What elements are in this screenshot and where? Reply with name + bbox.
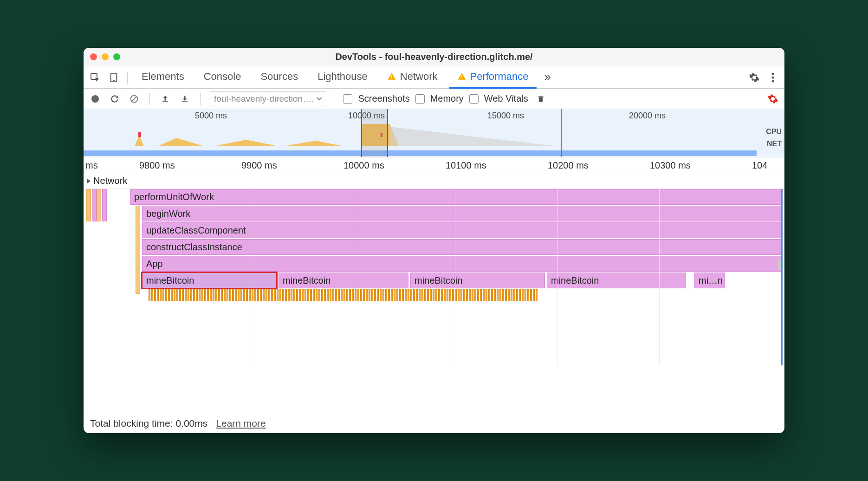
capture-settings-icon[interactable] bbox=[766, 92, 780, 106]
window-title: DevTools - foul-heavenly-direction.glitc… bbox=[84, 52, 784, 62]
device-toolbar-icon[interactable] bbox=[106, 70, 122, 85]
download-icon[interactable] bbox=[178, 92, 192, 106]
separator bbox=[127, 72, 128, 84]
svg-rect-4 bbox=[391, 78, 392, 79]
recording-selector[interactable]: foul-heavenly-direction…. bbox=[209, 91, 327, 106]
expand-icon bbox=[87, 179, 91, 183]
clear-button[interactable] bbox=[127, 92, 141, 106]
close-window-button[interactable] bbox=[90, 53, 97, 60]
titlebar: DevTools - foul-heavenly-direction.glitc… bbox=[84, 48, 784, 66]
time-ruler[interactable]: ms 9800 ms 9900 ms 10000 ms 10100 ms 102… bbox=[84, 157, 784, 173]
warning-icon bbox=[387, 72, 396, 81]
webvitals-checkbox[interactable] bbox=[469, 94, 479, 104]
flame-call[interactable]: mineBitcoin bbox=[410, 273, 545, 288]
devtools-window: DevTools - foul-heavenly-direction.glitc… bbox=[84, 48, 784, 433]
cpu-label: CPU bbox=[766, 126, 782, 138]
chevron-down-icon bbox=[317, 97, 322, 101]
net-label: NET bbox=[766, 138, 782, 150]
screenshots-label: Screenshots bbox=[358, 93, 409, 104]
memory-label: Memory bbox=[430, 93, 464, 104]
task-bar[interactable] bbox=[92, 189, 97, 221]
svg-rect-13 bbox=[162, 101, 168, 102]
inspect-element-icon[interactable] bbox=[87, 70, 103, 85]
webvitals-label: Web Vitals bbox=[484, 93, 528, 104]
flame-chart[interactable]: performUnitOfWork beginWork updateClassC… bbox=[84, 189, 784, 365]
record-button[interactable] bbox=[88, 92, 102, 106]
svg-point-9 bbox=[772, 80, 774, 82]
tab-elements[interactable]: Elements bbox=[133, 66, 193, 89]
network-section-header[interactable]: Network bbox=[84, 173, 784, 189]
svg-rect-5 bbox=[461, 75, 462, 78]
flame-call[interactable]: mi…n bbox=[694, 273, 725, 288]
net-chart bbox=[84, 150, 757, 156]
svg-point-8 bbox=[772, 76, 774, 78]
tab-sources[interactable]: Sources bbox=[252, 66, 306, 89]
warning-icon bbox=[457, 72, 466, 81]
task-bar[interactable] bbox=[97, 189, 101, 221]
settings-icon[interactable] bbox=[746, 70, 762, 85]
marker-line bbox=[561, 109, 562, 157]
upload-icon[interactable] bbox=[158, 92, 172, 106]
kebab-menu-icon[interactable] bbox=[765, 70, 781, 85]
flame-row[interactable]: performUnitOfWork bbox=[130, 189, 782, 205]
flame-call[interactable]: mineBitcoin bbox=[279, 273, 408, 288]
learn-more-link[interactable]: Learn more bbox=[216, 418, 266, 429]
svg-line-12 bbox=[132, 97, 136, 101]
highlight-box bbox=[141, 272, 278, 289]
devtools-tabs: Elements Console Sources Lighthouse Netw… bbox=[84, 66, 784, 89]
svg-rect-16 bbox=[138, 132, 141, 137]
screenshots-checkbox[interactable] bbox=[343, 94, 352, 104]
tabs-overflow[interactable]: » bbox=[539, 66, 555, 89]
trash-icon[interactable] bbox=[534, 92, 548, 106]
tab-network[interactable]: Network bbox=[379, 66, 446, 89]
task-bar[interactable] bbox=[102, 189, 107, 221]
performance-toolbar: foul-heavenly-direction…. Screenshots Me… bbox=[84, 89, 784, 109]
overview-selection[interactable] bbox=[361, 109, 388, 157]
task-bar[interactable] bbox=[136, 206, 140, 294]
flame-row[interactable]: beginWork bbox=[142, 206, 782, 221]
tab-console[interactable]: Console bbox=[195, 66, 250, 89]
flame-row[interactable]: constructClassInstance bbox=[142, 239, 782, 255]
minimize-window-button[interactable] bbox=[102, 53, 109, 60]
tab-performance[interactable]: Performance bbox=[449, 66, 537, 89]
flame-row[interactable]: updateClassComponent bbox=[142, 222, 782, 238]
flame-call[interactable]: mineBitcoin bbox=[547, 273, 686, 288]
window-controls bbox=[90, 53, 120, 60]
svg-point-10 bbox=[91, 95, 99, 103]
reload-button[interactable] bbox=[108, 92, 122, 106]
svg-rect-6 bbox=[461, 78, 462, 79]
svg-rect-3 bbox=[391, 75, 392, 78]
footer: Total blocking time: 0.00ms Learn more bbox=[84, 413, 784, 433]
cpu-chart bbox=[84, 124, 757, 146]
svg-point-7 bbox=[772, 72, 774, 75]
timeline-overview[interactable]: 5000 ms 10000 ms 15000 ms 20000 ms CPU N… bbox=[84, 109, 784, 157]
blocking-time-label: Total blocking time: 0.00ms bbox=[90, 418, 207, 429]
tab-lighthouse[interactable]: Lighthouse bbox=[309, 66, 376, 89]
micro-tasks: document.write(Array(140).fill('<i></i>'… bbox=[149, 289, 538, 301]
svg-rect-14 bbox=[182, 101, 188, 102]
flame-row[interactable]: App bbox=[142, 256, 782, 272]
task-bar[interactable] bbox=[86, 189, 91, 221]
memory-checkbox[interactable] bbox=[415, 94, 425, 104]
maximize-window-button[interactable] bbox=[113, 53, 120, 60]
